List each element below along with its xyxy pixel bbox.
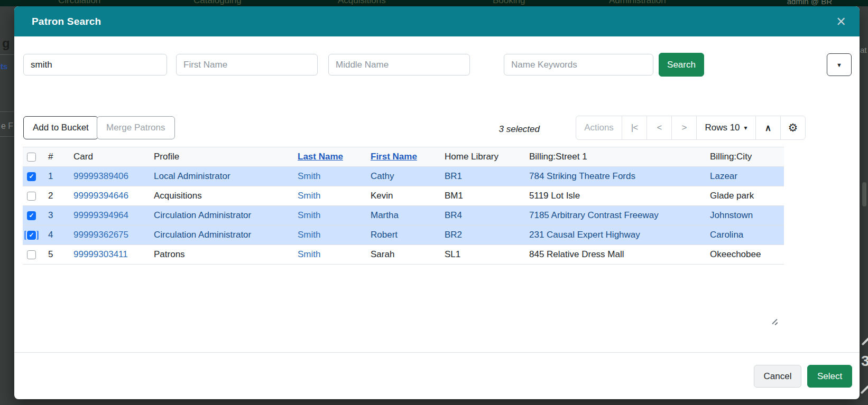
nav-menu-item: Administration bbox=[609, 0, 666, 6]
background-number-fragment: 3 bbox=[861, 353, 868, 370]
rows-per-page-dropdown[interactable]: Rows 10 ▾ bbox=[696, 116, 756, 140]
background-scrollbar-thumb bbox=[862, 182, 866, 206]
merge-patrons-button: Merge Patrons bbox=[97, 116, 175, 139]
patron-results-table: #CardProfileLast NameFirst NameHome Libr… bbox=[23, 147, 784, 265]
billing-street-cell: 7185 Arbitrary Contrast Freeway bbox=[525, 210, 706, 221]
row-checkbox[interactable] bbox=[27, 192, 36, 201]
billing-city-cell: Carolina bbox=[706, 230, 784, 240]
first-name-cell: Robert bbox=[366, 230, 440, 240]
name-keywords-input[interactable] bbox=[504, 54, 653, 76]
row-checkbox[interactable]: ✓ bbox=[27, 231, 36, 240]
grid-settings-button[interactable]: ⚙ bbox=[780, 116, 806, 140]
sortable-column-header[interactable]: First Name bbox=[366, 152, 440, 162]
row-checkbox[interactable]: ✓ bbox=[27, 172, 36, 181]
gear-icon: ⚙ bbox=[788, 121, 798, 134]
select-button[interactable]: Select bbox=[807, 365, 852, 388]
nav-menu-item: Circulation bbox=[58, 0, 100, 6]
background-divider bbox=[0, 111, 14, 112]
table-body: ✓199999389406Local AdministratorSmithCat… bbox=[23, 167, 784, 265]
collapse-grid-button[interactable]: ∧ bbox=[755, 116, 781, 140]
row-number-cell: 2 bbox=[44, 191, 69, 201]
background-text-fragment: at bbox=[860, 45, 867, 54]
column-header: Profile bbox=[150, 152, 293, 162]
background-link-fragment: ts bbox=[1, 62, 7, 71]
prev-page-icon[interactable]: < bbox=[647, 116, 672, 140]
last-name-link[interactable]: Smith bbox=[293, 210, 366, 221]
search-button[interactable]: Search bbox=[659, 53, 704, 77]
home-library-cell: BM1 bbox=[440, 191, 525, 201]
nav-menu-item: Booking bbox=[493, 0, 525, 6]
grid-resize-handle[interactable] bbox=[770, 317, 781, 327]
billing-street-cell: 5119 Lot Isle bbox=[525, 191, 706, 201]
row-number-cell: 1 bbox=[44, 171, 69, 182]
search-options-dropdown-button[interactable]: ▼ bbox=[827, 53, 852, 76]
row-checkbox[interactable] bbox=[27, 250, 36, 259]
billing-city-cell: Glade park bbox=[706, 191, 784, 201]
cancel-button[interactable]: Cancel bbox=[754, 365, 801, 388]
table-row[interactable]: 299999394646AcquisitionsSmithKevinBM1511… bbox=[23, 186, 784, 206]
chevron-up-icon: ∧ bbox=[765, 123, 771, 134]
table-row[interactable]: ✓499999362675Circulation AdministratorSm… bbox=[23, 225, 784, 245]
billing-street-cell: 784 Striking Theatre Fords bbox=[525, 171, 706, 182]
background-divider bbox=[0, 54, 14, 55]
first-page-icon[interactable]: |< bbox=[622, 116, 647, 140]
card-number-link[interactable]: 99999394964 bbox=[69, 210, 150, 221]
background-heading-fragment: g bbox=[2, 36, 10, 51]
last-name-link[interactable]: Smith bbox=[293, 171, 366, 182]
nav-menu-item: Acquisitions bbox=[338, 0, 386, 6]
billing-street-cell: 845 Relative Dress Mall bbox=[525, 249, 706, 260]
last-name-link[interactable]: Smith bbox=[293, 249, 366, 260]
modal-header: Patron Search × bbox=[14, 6, 860, 36]
add-to-bucket-button[interactable]: Add to Bucket bbox=[23, 116, 98, 139]
chevron-down-icon: ▾ bbox=[744, 124, 747, 131]
last-name-link[interactable]: Smith bbox=[293, 230, 366, 240]
table-row[interactable]: 599999303411PatronsSmithSarahSL1845 Rela… bbox=[23, 245, 784, 265]
sortable-column-header[interactable]: Last Name bbox=[293, 152, 366, 162]
row-checkbox[interactable]: ✓ bbox=[27, 211, 36, 220]
middle-name-input[interactable] bbox=[328, 54, 470, 76]
card-number-link[interactable]: 99999389406 bbox=[69, 171, 150, 182]
card-number-link[interactable]: 99999362675 bbox=[69, 230, 150, 240]
footer-divider bbox=[14, 352, 860, 353]
table-row[interactable]: ✓199999389406Local AdministratorSmithCat… bbox=[23, 167, 784, 186]
select-all-checkbox[interactable] bbox=[27, 153, 36, 162]
home-library-cell: BR4 bbox=[440, 210, 525, 221]
first-name-input[interactable] bbox=[176, 54, 318, 76]
column-header: # bbox=[44, 152, 69, 162]
first-name-cell: Martha bbox=[366, 210, 440, 221]
column-header: Billing:Street 1 bbox=[525, 152, 706, 162]
patron-search-modal: Patron Search × Search ▼ Add to Bucket M… bbox=[14, 6, 860, 399]
chevron-down-icon: ▼ bbox=[836, 62, 842, 68]
profile-cell: Circulation Administrator bbox=[150, 230, 293, 240]
last-name-input[interactable] bbox=[23, 54, 167, 76]
billing-city-cell: Lazear bbox=[706, 171, 784, 182]
actions-button: Actions bbox=[576, 116, 622, 140]
first-name-cell: Cathy bbox=[366, 171, 440, 182]
row-checkbox-cell bbox=[23, 192, 44, 201]
rows-per-page-label: Rows 10 bbox=[705, 123, 740, 133]
profile-cell: Patrons bbox=[150, 249, 293, 260]
row-checkbox-cell bbox=[23, 250, 44, 259]
selected-count-label: 3 selected bbox=[479, 116, 540, 140]
background-text-fragment: e F bbox=[1, 121, 13, 131]
profile-cell: Local Administrator bbox=[150, 171, 293, 182]
table-row[interactable]: ✓399999394964Circulation AdministratorSm… bbox=[23, 206, 784, 225]
last-name-link[interactable]: Smith bbox=[293, 191, 366, 201]
modal-title: Patron Search bbox=[32, 16, 101, 27]
background-shape bbox=[861, 385, 868, 394]
background-divider bbox=[0, 136, 14, 137]
row-number-cell: 3 bbox=[44, 210, 69, 221]
billing-city-cell: Johnstown bbox=[706, 210, 784, 221]
home-library-cell: BR2 bbox=[440, 230, 525, 240]
card-number-link[interactable]: 99999394646 bbox=[69, 191, 150, 201]
close-icon[interactable]: × bbox=[836, 13, 846, 30]
row-number-cell: 5 bbox=[44, 249, 69, 260]
home-library-cell: SL1 bbox=[440, 249, 525, 260]
nav-menu-item: Cataloguing bbox=[193, 0, 242, 6]
grid-pager-toolbar: Actions |< < > Rows 10 ▾ ∧ ⚙ bbox=[576, 116, 806, 140]
next-page-icon[interactable]: > bbox=[671, 116, 697, 140]
row-checkbox-cell: ✓ bbox=[23, 172, 44, 181]
card-number-link[interactable]: 99999303411 bbox=[69, 249, 150, 260]
column-header: Home Library bbox=[440, 152, 525, 162]
row-checkbox-cell: ✓ bbox=[23, 231, 44, 240]
